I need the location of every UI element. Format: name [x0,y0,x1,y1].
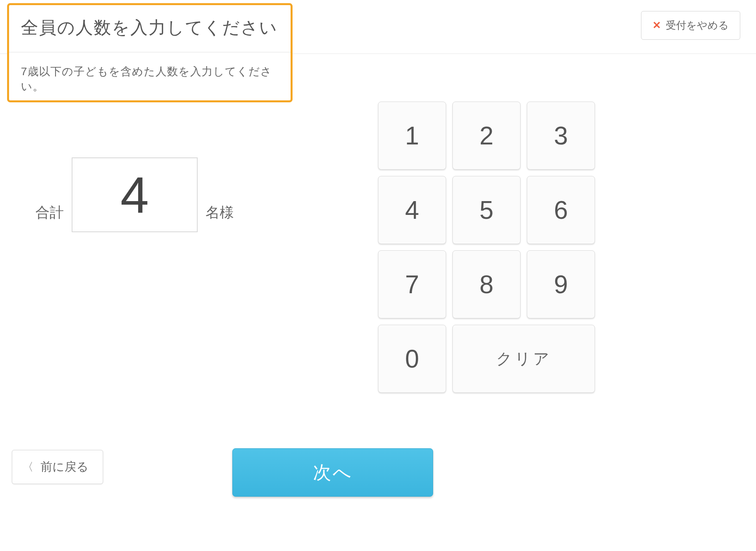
keypad-6-button[interactable]: 6 [527,176,595,244]
total-count-section: 合計 4 名様 [35,157,234,232]
keypad-0-button[interactable]: 0 [378,325,446,393]
page-title: 全員の人数を入力してください [9,5,291,52]
keypad-2-button[interactable]: 2 [452,102,521,170]
next-button-label: 次へ [313,460,353,485]
numeric-keypad: 1 2 3 4 5 6 7 8 9 0 クリア [378,102,595,393]
keypad-9-button[interactable]: 9 [527,250,595,318]
close-icon: ✕ [652,19,661,31]
page-subtitle: 7歳以下の子どもを含めた人数を入力してください。 [9,52,291,106]
cancel-reception-label: 受付をやめる [666,18,729,32]
next-button[interactable]: 次へ [232,448,433,497]
keypad-7-button[interactable]: 7 [378,250,446,318]
chevron-left-icon: 〈 [22,460,33,475]
keypad-1-button[interactable]: 1 [378,102,446,170]
total-count-display: 4 [72,157,198,232]
back-button[interactable]: 〈 前に戻る [12,450,103,484]
cancel-reception-button[interactable]: ✕ 受付をやめる [641,11,740,40]
keypad-clear-button[interactable]: クリア [452,325,595,393]
keypad-3-button[interactable]: 3 [527,102,595,170]
total-label-prefix: 合計 [35,203,64,222]
total-label-suffix: 名様 [206,203,234,222]
keypad-4-button[interactable]: 4 [378,176,446,244]
keypad-8-button[interactable]: 8 [452,250,521,318]
total-count-value: 4 [120,165,149,224]
instruction-panel: 全員の人数を入力してください 7歳以下の子どもを含めた人数を入力してください。 [7,3,293,102]
keypad-5-button[interactable]: 5 [452,176,521,244]
back-button-label: 前に戻る [41,459,89,475]
